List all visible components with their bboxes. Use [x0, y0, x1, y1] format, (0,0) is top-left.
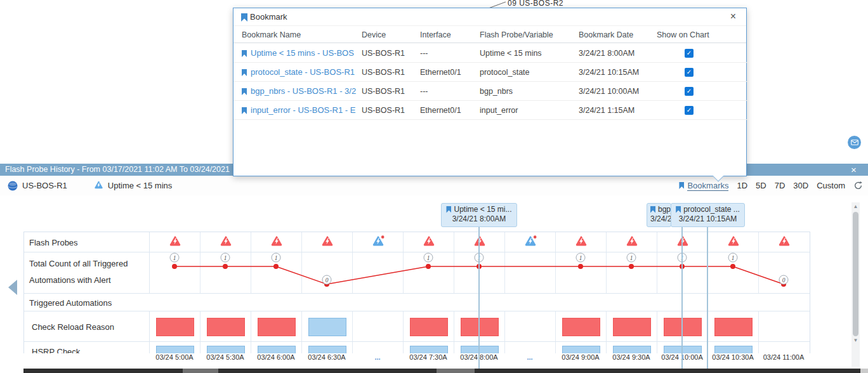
refresh-icon[interactable]: [853, 181, 863, 190]
flash-probe-alert-icon-red[interactable]: [220, 235, 232, 249]
panel-collapse-arrow[interactable]: [8, 280, 17, 295]
bookmark-icon: [242, 107, 247, 114]
show-on-chart-checkbox[interactable]: ✓: [685, 68, 694, 77]
bookmark-name-link[interactable]: protocol_state - US-BOS-R1: [251, 63, 355, 82]
automation-bar-red[interactable]: [207, 318, 245, 336]
automation-bar-blue[interactable]: [613, 346, 651, 353]
probe-cell: [404, 232, 454, 252]
probe-cell: [556, 232, 607, 252]
envelope-icon: [851, 140, 858, 145]
flash-probe-alert-icon-red[interactable]: [321, 235, 334, 249]
message-envelope-button[interactable]: [848, 136, 861, 149]
axis-tick-label: 03/24 10:30A: [704, 353, 761, 361]
automation-bar-blue[interactable]: [258, 346, 296, 353]
axis-tick-label: 03/24 6:30A: [298, 353, 355, 361]
bookmark-variable: Uptime < 15 mins: [480, 44, 542, 63]
hsrp-cell: [353, 342, 404, 353]
panel-close-icon[interactable]: ×: [851, 164, 857, 176]
automation-bar-blue[interactable]: [714, 346, 753, 353]
automation-bar-blue[interactable]: [562, 346, 600, 353]
automation-bar-blue[interactable]: [207, 346, 245, 353]
automation-bar-blue[interactable]: [156, 346, 194, 353]
hscroll-segment: [437, 369, 475, 373]
probe-name: Uptime < 15 mins: [108, 181, 173, 190]
hsrp-cell: [759, 342, 810, 353]
bookmark-variable: input_error: [480, 101, 518, 120]
bookmark-name-link[interactable]: input_error - US-BOS-R1 - E: [251, 101, 355, 120]
hsrp-cell: [404, 342, 454, 353]
bookmark-interface: ---: [420, 44, 428, 63]
bookmark-name-link[interactable]: Uptime < 15 mins - US-BOS: [251, 44, 354, 63]
probe-cell: [302, 232, 353, 252]
axis-tick-label: 03/24 9:30A: [603, 353, 660, 361]
flash-probe-alert-icon-red[interactable]: [727, 235, 740, 249]
bookmarks-label: Bookmarks: [687, 181, 728, 191]
range-button-1d[interactable]: 1D: [737, 181, 747, 190]
flash-probe-alert-icon-red[interactable]: [169, 235, 181, 249]
dialog-close-icon[interactable]: ×: [730, 11, 736, 22]
bookmark-flag-title: Uptime < 15 mi...: [445, 205, 513, 214]
scroll-down-icon[interactable]: ▼: [852, 337, 860, 344]
flash-probe-alert-icon-red[interactable]: [270, 235, 283, 249]
show-on-chart-checkbox[interactable]: ✓: [685, 106, 694, 115]
range-button-30d[interactable]: 30D: [793, 181, 808, 190]
probe-cell: [505, 232, 556, 252]
count-value-label: 1: [173, 255, 176, 261]
check-reload-reason-row: Check Reload Reason: [24, 311, 810, 342]
automation-bar-red[interactable]: [410, 318, 448, 336]
axis-tick-label: 03/24 5:00A: [146, 353, 203, 361]
reload-cell: [657, 311, 708, 341]
flash-probe-alert-icon-blue[interactable]: [372, 235, 385, 249]
show-on-chart-checkbox[interactable]: ✓: [685, 49, 694, 58]
vertical-scrollbar-thumb[interactable]: [853, 212, 858, 336]
automation-bar-blue[interactable]: [410, 346, 448, 353]
flash-probe-alert-icon-blue[interactable]: [524, 235, 537, 249]
bookmark-table-header: Bookmark NameDeviceInterfaceFlash Probe/…: [233, 26, 746, 43]
bookmark-dialog: Bookmark × Bookmark NameDeviceInterfaceF…: [233, 8, 747, 176]
automation-bar-red[interactable]: [156, 318, 194, 336]
flash-probe-alert-icon-red[interactable]: [575, 235, 588, 249]
bookmark-device: US-BOS-R1: [362, 63, 405, 82]
range-button-custom[interactable]: Custom: [817, 181, 845, 190]
bookmark-flag[interactable]: Uptime < 15 mi...3/24/21 8:00AM: [441, 203, 517, 227]
range-button-5d[interactable]: 5D: [756, 181, 766, 190]
bookmark-icon: [242, 88, 247, 95]
reload-cell: [505, 311, 556, 341]
automation-bar-blue[interactable]: [308, 346, 346, 353]
flash-probe-alert-icon-red[interactable]: [778, 235, 791, 249]
automation-bar-red[interactable]: [613, 318, 651, 336]
bookmarks-link[interactable]: Bookmarks: [679, 181, 728, 191]
bookmark-device: US-BOS-R1: [362, 82, 405, 101]
scroll-up-icon[interactable]: ▲: [852, 203, 860, 211]
probe-cell: [759, 232, 810, 252]
device-icon: [8, 181, 18, 191]
range-button-7d[interactable]: 7D: [775, 181, 786, 190]
flash-probe-alert-icon-red[interactable]: [626, 235, 638, 249]
bookmark-icon: [241, 13, 247, 22]
bookmark-row: protocol_state - US-BOS-R1US-BOS-R1Ether…: [233, 63, 747, 82]
bookmark-flag[interactable]: bgp_nbrs3/24/21 10:00AM: [647, 203, 671, 227]
hsrp-cell: [302, 342, 353, 353]
automation-bar-red[interactable]: [258, 318, 296, 336]
count-value-label: 1: [427, 255, 430, 261]
bookmark-flag[interactable]: protocol_state ...3/24/21 10:15AM: [671, 203, 745, 227]
axis-tick-label: ...: [349, 353, 406, 361]
section-label: Triggered Automations: [29, 298, 112, 308]
bookmark-icon: [446, 206, 451, 213]
probe-cell: [150, 232, 201, 252]
bookmark-stem: [478, 226, 480, 369]
automation-bar-red[interactable]: [714, 318, 753, 336]
show-on-chart-checkbox[interactable]: ✓: [685, 87, 694, 96]
bookmark-interface: Ethernet0/1: [420, 63, 461, 82]
horizontal-scrollbar[interactable]: [23, 369, 868, 373]
probe-cell: [657, 232, 708, 252]
flash-probe-alert-icon-red[interactable]: [423, 235, 435, 249]
automation-bar-red[interactable]: [562, 318, 600, 336]
count-data-point: [172, 264, 177, 269]
reload-cell: [759, 311, 810, 341]
bookmark-name-link[interactable]: bgp_nbrs - US-BOS-R1 - 3/2: [251, 82, 356, 101]
axis-tick-label: 03/24 5:30A: [197, 353, 254, 361]
row-label-hsrp: HSRP Check: [32, 347, 80, 353]
automation-bar-blue[interactable]: [308, 318, 346, 336]
bookmark-row: bgp_nbrs - US-BOS-R1 - 3/2US-BOS-R1---bg…: [233, 82, 747, 101]
